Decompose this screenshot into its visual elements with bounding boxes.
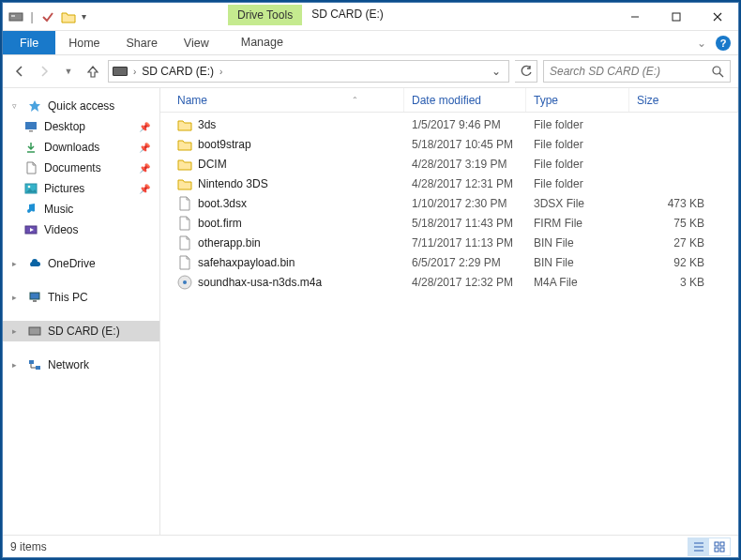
drive-icon (27, 324, 42, 339)
nav-quick-access[interactable]: ▿ Quick access (3, 96, 159, 116)
file-row[interactable]: soundhax-usa-n3ds.m4a4/28/2017 12:32 PMM… (160, 272, 738, 292)
file-row[interactable]: 3ds1/5/2017 9:46 PMFile folder (160, 114, 738, 134)
file-name: boot.3dsx (198, 197, 247, 210)
column-type[interactable]: Type (526, 88, 629, 112)
file-date: 4/28/2017 12:32 PM (404, 276, 526, 289)
file-type: File folder (526, 158, 629, 171)
window-controls (614, 3, 738, 30)
file-row[interactable]: boot.3dsx1/10/2017 2:30 PM3DSX File473 K… (160, 193, 738, 213)
file-row[interactable]: Nintendo 3DS4/28/2017 12:31 PMFile folde… (160, 174, 738, 193)
file-date: 1/10/2017 2:30 PM (404, 197, 526, 210)
audio-icon (177, 275, 192, 290)
sidebar-item-documents[interactable]: Documents📌 (3, 158, 159, 178)
svg-rect-16 (29, 327, 40, 335)
nav-label: Music (44, 203, 73, 216)
svg-rect-3 (673, 13, 680, 21)
file-icon (177, 216, 192, 231)
column-size[interactable]: Size (629, 88, 738, 112)
file-size: 92 KB (629, 256, 738, 269)
svg-rect-15 (33, 300, 37, 302)
nav-this-pc[interactable]: ▸ This PC (3, 287, 159, 308)
nav-onedrive[interactable]: ▸ OneDrive (3, 253, 159, 274)
ribbon-expand-icon[interactable]: ⌄ (697, 37, 706, 50)
nav-label: SD CARD (E:) (48, 325, 120, 338)
sidebar-item-desktop[interactable]: Desktop📌 (3, 116, 159, 137)
close-button[interactable] (697, 3, 738, 30)
tab-share[interactable]: Share (113, 31, 171, 54)
svg-point-20 (183, 280, 187, 284)
large-icons-view-button[interactable] (709, 538, 730, 555)
address-segment[interactable]: SD CARD (E:) (142, 65, 214, 78)
chevron-right-icon[interactable]: ▸ (12, 293, 22, 302)
svg-rect-25 (720, 542, 724, 546)
file-name: otherapp.bin (198, 236, 261, 250)
file-type: M4A File (526, 276, 629, 289)
pictures-icon (23, 181, 38, 196)
sidebar-item-downloads[interactable]: Downloads📌 (3, 137, 159, 158)
folder-icon (177, 117, 192, 132)
chevron-right-icon[interactable]: ▸ (12, 259, 22, 268)
up-button[interactable] (83, 62, 102, 81)
search-input[interactable]: Search SD CARD (E:) (543, 60, 731, 83)
properties-icon[interactable] (40, 9, 55, 24)
help-icon[interactable]: ? (716, 36, 731, 51)
new-folder-icon[interactable] (61, 9, 76, 24)
chevron-right-icon[interactable]: ▸ (12, 326, 22, 336)
column-name[interactable]: Name ⌃ (160, 88, 404, 112)
file-tab[interactable]: File (3, 31, 55, 54)
chevron-down-icon[interactable]: ▿ (12, 101, 22, 111)
nav-label: Quick access (48, 99, 114, 113)
recent-locations-button[interactable]: ▼ (59, 62, 78, 81)
videos-icon (23, 222, 38, 237)
file-row[interactable]: boot.firm5/18/2017 11:43 PMFIRM File75 K… (160, 213, 738, 233)
star-icon (27, 98, 42, 114)
tab-view[interactable]: View (171, 31, 222, 54)
downloads-icon (23, 140, 38, 155)
file-row[interactable]: boot9strap5/18/2017 10:45 PMFile folder (160, 134, 738, 154)
file-row[interactable]: DCIM4/28/2017 3:19 PMFile folder (160, 154, 738, 174)
column-date[interactable]: Date modified (404, 88, 526, 112)
back-button[interactable] (10, 62, 29, 81)
nav-label: Desktop (44, 120, 85, 133)
chevron-right-icon[interactable]: ▸ (12, 360, 22, 370)
nav-sd-card[interactable]: ▸ SD CARD (E:) (3, 321, 159, 341)
nav-network[interactable]: ▸ Network (3, 355, 159, 375)
maximize-button[interactable] (656, 3, 697, 30)
file-row[interactable]: safehaxpayload.bin6/5/2017 2:29 PMBIN Fi… (160, 252, 738, 272)
file-date: 5/18/2017 11:43 PM (404, 217, 526, 230)
cloud-icon (27, 256, 42, 271)
sidebar-item-videos[interactable]: Videos (3, 219, 159, 240)
sort-indicator-icon: ⌃ (352, 96, 396, 104)
search-icon[interactable] (712, 66, 724, 78)
svg-point-12 (28, 186, 31, 189)
file-date: 7/11/2017 11:13 PM (404, 236, 526, 250)
address-dropdown-icon[interactable]: ⌄ (488, 65, 505, 78)
sidebar-item-pictures[interactable]: Pictures📌 (3, 178, 159, 199)
navigation-row: ▼ › SD CARD (E:) › ⌄ Search SD CARD (E:) (3, 55, 738, 87)
sidebar-item-music[interactable]: Music (3, 199, 159, 219)
nav-label: OneDrive (48, 257, 96, 270)
nav-label: Pictures (44, 182, 84, 195)
folder-icon (177, 157, 192, 172)
forward-button[interactable] (35, 62, 53, 81)
address-bar[interactable]: › SD CARD (E:) › ⌄ (108, 60, 509, 83)
window-title: SD CARD (E:) (302, 3, 614, 30)
tab-manage[interactable]: Manage (228, 31, 296, 54)
file-row[interactable]: otherapp.bin7/11/2017 11:13 PMBIN File27… (160, 233, 738, 252)
qat-customize-icon[interactable]: ▾ (82, 11, 86, 22)
pin-icon: 📌 (139, 163, 154, 174)
address-drive-icon (113, 67, 128, 76)
file-date: 5/18/2017 10:45 PM (404, 138, 526, 151)
tab-home[interactable]: Home (55, 31, 113, 54)
svg-line-7 (719, 73, 723, 77)
details-view-button[interactable] (688, 538, 709, 555)
minimize-button[interactable] (614, 3, 656, 30)
chevron-right-icon[interactable]: › (131, 67, 138, 77)
file-name: soundhax-usa-n3ds.m4a (198, 276, 322, 289)
file-size: 27 KB (629, 236, 738, 250)
file-icon (177, 196, 192, 211)
chevron-right-icon[interactable]: › (218, 67, 224, 77)
file-icon (177, 255, 192, 270)
file-list[interactable]: 3ds1/5/2017 9:46 PMFile folderboot9strap… (160, 113, 738, 535)
refresh-button[interactable] (515, 60, 537, 83)
